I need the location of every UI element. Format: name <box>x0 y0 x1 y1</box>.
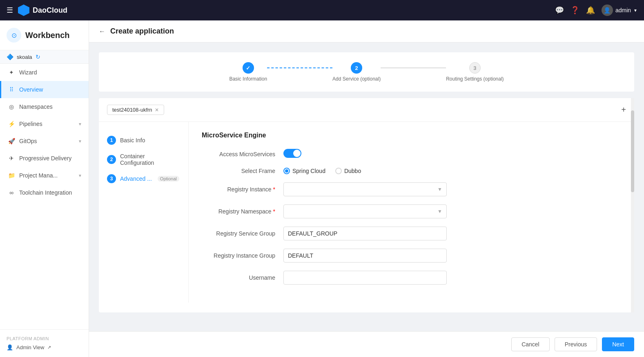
page-header: ← Create application <box>89 20 644 43</box>
admin-view-icon: 👤 <box>7 344 13 350</box>
chevron-down-icon: ▼ <box>437 186 442 192</box>
optional-badge: Optional <box>158 176 179 182</box>
namespaces-icon: ◎ <box>8 103 15 110</box>
step-nav-num-1: 1 <box>107 136 116 145</box>
namespace-tag-bar: test240108-ukfrn ✕ + <box>99 98 634 122</box>
namespace-name: skoala <box>17 54 32 60</box>
brand-label: DaoCloud <box>33 6 67 15</box>
step-nav-advanced[interactable]: 3 Advanced ... Optional <box>99 170 188 187</box>
radio-spring-cloud[interactable]: Spring Cloud <box>283 168 325 174</box>
sidebar-item-wizard[interactable]: ✦ Wizard <box>0 64 89 81</box>
back-button[interactable]: ← <box>99 28 105 35</box>
radio-dot-dubbo <box>335 168 342 174</box>
namespace-tag-name: test240108-ukfrn <box>112 107 152 113</box>
page-title: Create application <box>110 27 174 36</box>
sidebar-item-label: Toolchain Integration <box>19 189 82 196</box>
radio-dot-spring-cloud <box>283 168 290 174</box>
sidebar-item-namespaces[interactable]: ◎ Namespaces <box>0 98 89 115</box>
registry-instance-dropdown[interactable]: ▼ <box>283 182 447 196</box>
chevron-down-icon: ▼ <box>78 173 82 178</box>
wizard-icon: ✦ <box>8 69 15 76</box>
add-namespace-button[interactable]: + <box>621 105 626 115</box>
chevron-down-icon: ▼ <box>437 209 442 214</box>
hamburger-icon[interactable]: ☰ <box>7 6 13 15</box>
form-row-username: Username <box>202 271 621 285</box>
help-icon[interactable]: ❓ <box>570 6 579 15</box>
sidebar-item-label: Namespaces <box>19 103 82 110</box>
cancel-button[interactable]: Cancel <box>511 337 550 351</box>
sidebar-item-toolchain-integration[interactable]: ∞ Toolchain Integration <box>0 184 89 201</box>
avatar: 👤 <box>602 4 613 16</box>
gitops-icon: 🚀 <box>8 137 15 145</box>
step-nav-num-3: 3 <box>107 174 116 183</box>
step-nav-num-2: 2 <box>107 155 116 164</box>
content-area: ← Create application ✓ Basic Information… <box>89 20 644 357</box>
step-nav-label-3: Advanced ... <box>120 175 152 182</box>
namespace-tag: test240108-ukfrn ✕ <box>107 105 164 115</box>
admin-view-label: Admin View <box>16 344 44 350</box>
next-button[interactable]: Next <box>602 337 634 351</box>
navbar-left: ☰ DaoCloud <box>7 4 67 16</box>
sidebar-item-label: Overview <box>19 86 82 93</box>
sidebar-item-project-management[interactable]: 📁 Project Mana... ▼ <box>0 167 89 184</box>
frame-radio-group: Spring Cloud Dubbo <box>283 168 621 174</box>
sidebar-item-label: GitOps <box>19 138 74 144</box>
project-management-icon: 📁 <box>8 172 15 179</box>
sidebar-item-pipelines[interactable]: ⚡ Pipelines ▼ <box>0 115 89 132</box>
chat-icon[interactable]: 💬 <box>555 6 564 15</box>
form-row-registry-instance-group: Registry Instance Group <box>202 249 621 263</box>
sidebar-item-progressive-delivery[interactable]: ✈ Progressive Delivery <box>0 150 89 167</box>
step-1-label: Basic Information <box>229 76 267 82</box>
registry-instance-control: ▼ <box>283 182 621 196</box>
radio-dubbo[interactable]: Dubbo <box>335 168 361 174</box>
chevron-down-icon: ▼ <box>78 122 82 126</box>
steps: ✓ Basic Information 2 Add Service (optio… <box>229 62 504 82</box>
steps-container: ✓ Basic Information 2 Add Service (optio… <box>99 52 634 92</box>
navbar-brand: DaoCloud <box>18 4 67 16</box>
access-microservices-toggle[interactable] <box>283 149 301 158</box>
step-nav-label-1: Basic Info <box>120 137 145 144</box>
registry-service-group-input[interactable] <box>283 227 447 240</box>
platform-admin-label: Platform Admin <box>7 336 82 341</box>
form-right: MicroService Engine Access MicroServices… <box>189 122 634 303</box>
pipelines-icon: ⚡ <box>8 120 15 128</box>
footer-bar: Cancel Previous Next <box>89 331 644 357</box>
notification-icon[interactable]: 🔔 <box>586 6 595 15</box>
step-2-label: Add Service (optional) <box>332 76 381 82</box>
step-nav-basic-info[interactable]: 1 Basic Info <box>99 132 188 149</box>
step-2: 2 Add Service (optional) <box>332 62 381 82</box>
registry-instance-group-control <box>283 249 621 263</box>
registry-service-group-label: Registry Service Group <box>202 230 283 237</box>
namespace-tag-close-icon[interactable]: ✕ <box>155 107 159 113</box>
overview-icon: ⠿ <box>8 86 15 93</box>
admin-view-link[interactable]: 👤 Admin View ↗ <box>7 344 82 350</box>
main-content: ✓ Basic Information 2 Add Service (optio… <box>89 43 644 331</box>
registry-namespace-dropdown[interactable]: ▼ <box>283 204 447 218</box>
admin-section[interactable]: 👤 admin ▼ <box>602 4 637 16</box>
sidebar-item-overview[interactable]: ⠿ Overview <box>0 81 89 98</box>
sidebar-item-gitops[interactable]: 🚀 GitOps ▼ <box>0 132 89 150</box>
select-frame-label: Select Frame <box>202 168 283 174</box>
access-microservices-label: Access MicroServices <box>202 151 283 157</box>
username-control <box>283 271 621 285</box>
registry-instance-label: Registry Instance <box>202 186 283 193</box>
namespace-refresh-icon[interactable]: ↻ <box>36 54 40 60</box>
step-nav-label-2: Container Configuration <box>120 153 180 166</box>
section-title: MicroService Engine <box>202 132 621 139</box>
navbar: ☰ DaoCloud 💬 ❓ 🔔 👤 admin ▼ <box>0 0 644 20</box>
registry-instance-group-input[interactable] <box>283 249 447 263</box>
sidebar-item-label: Project Mana... <box>19 172 74 179</box>
form-body: 1 Basic Info 2 Container Configuration 3… <box>99 122 634 303</box>
select-frame-control: Spring Cloud Dubbo <box>283 168 621 174</box>
sidebar-item-label: Pipelines <box>19 121 74 127</box>
progressive-delivery-icon: ✈ <box>8 155 15 162</box>
registry-instance-group-label: Registry Instance Group <box>202 252 283 259</box>
step-nav-container-config[interactable]: 2 Container Configuration <box>99 149 188 170</box>
sidebar-bottom: Platform Admin 👤 Admin View ↗ <box>0 329 89 357</box>
step-3-label: Routing Settings (optional) <box>446 76 504 82</box>
username-input[interactable] <box>283 271 447 285</box>
app-body: ⊙ Workbench 🔷 skoala ↻ ✦ Wizard ⠿ Overvi… <box>0 20 644 357</box>
previous-button[interactable]: Previous <box>555 337 597 351</box>
form-row-registry-instance: Registry Instance ▼ <box>202 182 621 196</box>
sidebar: ⊙ Workbench 🔷 skoala ↻ ✦ Wizard ⠿ Overvi… <box>0 20 89 357</box>
